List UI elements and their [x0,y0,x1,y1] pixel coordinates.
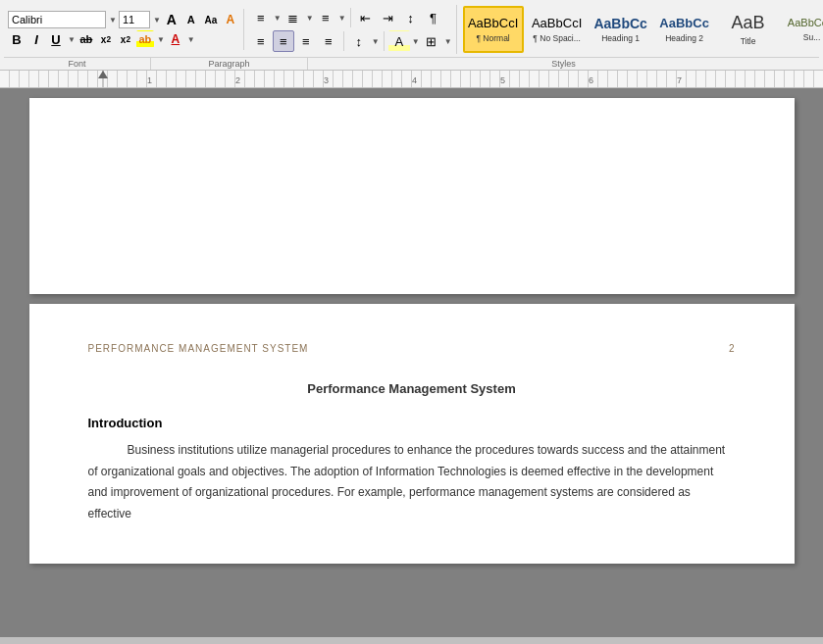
text-highlight-button[interactable]: ab [136,30,154,48]
style-no-spacing[interactable]: AaBbCcI ¶ No Spaci... [527,6,588,53]
style-heading1-preview: AaBbCc [593,16,646,32]
style-title[interactable]: AaB Title [718,6,779,53]
change-case-button[interactable]: Aa [202,11,220,28]
borders-button[interactable]: ⊞ [421,30,442,52]
sort-button[interactable]: ↕ [400,7,422,28]
page-1 [29,98,795,294]
style-subtitle[interactable]: AaBbCc... Su... [782,6,823,53]
section-labels-row: Font Paragraph Styles [4,57,819,70]
page-header-text: PERFORMANCE MANAGEMENT SYSTEM [88,343,309,354]
style-nospacing-preview: AaBbCcI [532,16,582,31]
svg-text:2: 2 [235,75,240,85]
show-formatting-button[interactable]: ¶ [423,7,444,28]
increase-indent-button[interactable]: ⇥ [378,7,399,28]
line-spacing-button[interactable]: ↕ [348,30,370,52]
style-nospacing-label: ¶ No Spaci... [533,33,581,43]
justify-button[interactable]: ≡ [318,30,339,52]
svg-text:3: 3 [324,75,329,85]
introduction-paragraph: Business institutions utilize managerial… [88,440,736,524]
separator3 [384,31,385,51]
introduction-heading: Introduction [88,416,736,430]
separator2 [343,31,344,51]
svg-text:4: 4 [412,75,417,85]
style-heading1-label: Heading 1 [601,33,640,43]
style-subtitle-preview: AaBbCc... [788,17,823,29]
font-color-button[interactable]: A [167,30,184,48]
multilevel-dropdown[interactable]: ▼ [338,14,346,23]
align-center-button[interactable]: ≡ [273,30,294,52]
style-title-preview: AaB [732,13,765,34]
font-label: Font [4,58,151,70]
superscript-button[interactable]: x2 [117,30,134,48]
font-grow-button[interactable]: A [163,11,180,28]
separator1 [350,8,351,27]
font-shrink-button[interactable]: A [182,11,200,28]
subscript-button[interactable]: x2 [97,30,115,48]
page-number: 2 [729,343,736,354]
document-area: PERFORMANCE MANAGEMENT SYSTEM 2 Performa… [0,88,823,637]
strikethrough-button[interactable]: ab [77,30,95,48]
bullets-button[interactable]: ≡ [250,7,272,28]
numbering-button[interactable]: ≣ [283,7,304,28]
font-name-dropdown-icon[interactable]: ▼ [109,16,117,25]
style-heading2[interactable]: AaBbCc Heading 2 [654,6,715,53]
toolbar: ▼ ▼ A A Aa A B I U ▼ ab x2 x2 ab ▼ A ▼ [0,0,823,71]
clear-format-button[interactable]: A [222,11,239,28]
page-header: PERFORMANCE MANAGEMENT SYSTEM 2 [88,343,736,358]
document-title: Performance Management System [88,381,736,396]
numbering-dropdown[interactable]: ▼ [306,14,314,23]
style-heading1[interactable]: AaBbCc Heading 1 [591,6,651,53]
svg-text:7: 7 [677,75,682,85]
font-section: ▼ ▼ A A Aa A B I U ▼ ab x2 x2 ab ▼ A ▼ [4,9,244,50]
shading-dropdown[interactable]: ▼ [412,37,420,46]
style-normal-preview: AaBbCcI [468,16,518,31]
svg-text:5: 5 [500,75,505,85]
styles-section: AaBbCcI ¶ Normal AaBbCcI ¶ No Spaci... A… [459,4,823,55]
paragraph-section: ≡ ▼ ≣ ▼ ≡ ▼ ⇤ ⇥ ↕ ¶ ≡ ≡ ≡ ≡ ↕ ▼ [246,5,457,54]
svg-text:1: 1 [147,75,152,85]
font-size-input[interactable] [119,11,150,28]
bullets-dropdown[interactable]: ▼ [274,14,282,23]
paragraph-label: Paragraph [151,58,308,70]
svg-marker-1 [98,71,108,78]
ruler: 1 2 3 4 5 6 7 [0,71,823,88]
style-heading2-label: Heading 2 [665,33,703,43]
shading-button[interactable]: A [388,30,410,52]
style-heading2-preview: AaBbCc [659,16,709,31]
bold-button[interactable]: B [8,30,26,48]
borders-dropdown[interactable]: ▼ [444,37,452,46]
style-subtitle-label: Su... [803,32,820,42]
svg-text:6: 6 [589,75,593,85]
font-color-dropdown-icon[interactable]: ▼ [187,35,195,44]
line-spacing-dropdown[interactable]: ▼ [372,37,380,46]
underline-button[interactable]: U [47,30,65,48]
style-normal-label: ¶ Normal [476,33,509,43]
page-2: PERFORMANCE MANAGEMENT SYSTEM 2 Performa… [29,304,795,564]
align-left-button[interactable]: ≡ [250,30,272,52]
style-normal[interactable]: AaBbCcI ¶ Normal [463,6,524,53]
multilevel-list-button[interactable]: ≡ [315,7,336,28]
font-name-input[interactable] [8,11,106,28]
align-right-button[interactable]: ≡ [295,30,317,52]
font-size-dropdown-icon[interactable]: ▼ [153,16,161,25]
styles-label: Styles [308,58,819,70]
ruler-svg: 1 2 3 4 5 6 7 [0,71,823,88]
highlight-dropdown-icon[interactable]: ▼ [157,35,165,44]
decrease-indent-button[interactable]: ⇤ [355,7,377,28]
underline-dropdown-icon[interactable]: ▼ [68,35,76,44]
italic-button[interactable]: I [27,30,45,48]
style-title-label: Title [741,36,756,46]
